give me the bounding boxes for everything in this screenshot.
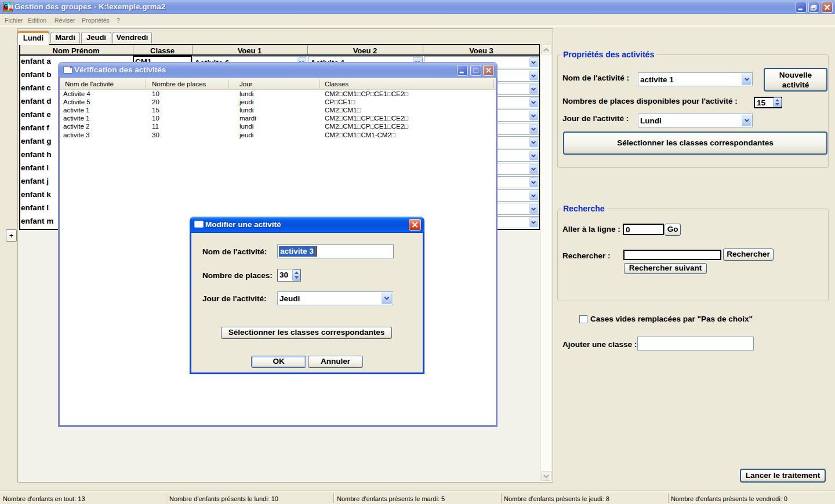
svg-text:G: G (4, 3, 9, 10)
svg-text:M: M (9, 4, 13, 10)
